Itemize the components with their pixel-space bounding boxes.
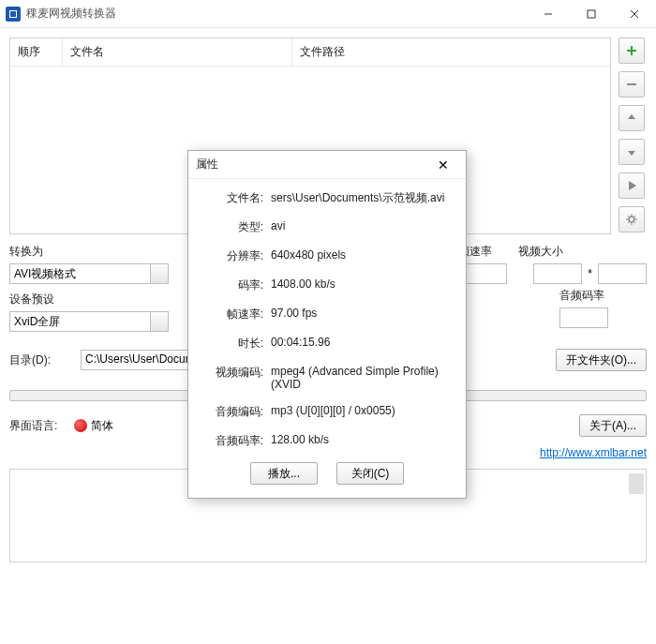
col-order[interactable]: 顺序 — [10, 38, 63, 66]
prop-type-key: 类型: — [200, 219, 263, 235]
prop-fps-value: 97.00 fps — [271, 307, 455, 320]
open-folder-button[interactable]: 开文件夹(O)... — [556, 349, 647, 371]
dialog-close-label: 关闭(C) — [351, 466, 390, 482]
move-up-button[interactable] — [619, 105, 645, 131]
output-params: 帧速率 视频大小 * 音频码率 — [458, 244, 647, 328]
dialog-close-button[interactable]: 关闭(C) — [336, 462, 404, 485]
minimize-button[interactable] — [527, 0, 570, 28]
titlebar: 稞麦网视频转换器 — [0, 0, 656, 28]
prop-duration-value: 00:04:15.96 — [271, 336, 455, 349]
close-button[interactable] — [613, 0, 656, 28]
prop-abitrate-key: 音频码率: — [200, 433, 263, 449]
audio-bitrate-input[interactable] — [559, 307, 608, 328]
lang-zh-label: 简体 — [91, 419, 113, 432]
format-value: AVI视频格式 — [14, 266, 76, 282]
prop-venc-key: 视频编码: — [200, 365, 263, 381]
about-label: 关于(A)... — [589, 418, 636, 434]
scrollbar-thumb[interactable] — [629, 473, 644, 494]
window-title: 稞麦网视频转换器 — [26, 6, 116, 22]
remove-button[interactable] — [619, 71, 645, 97]
radio-selected-icon — [74, 419, 87, 432]
dialog-title: 属性 — [196, 157, 428, 172]
label-ui-language: 界面语言: — [9, 418, 57, 434]
add-button[interactable] — [619, 37, 645, 64]
label-audio-bitrate: 音频码率 — [559, 288, 604, 304]
col-path[interactable]: 文件路径 — [292, 38, 610, 66]
label-directory: 目录(D): — [9, 352, 73, 368]
dialog-titlebar[interactable]: 属性 ✕ — [188, 151, 466, 179]
svg-rect-1 — [10, 11, 16, 17]
play-button[interactable] — [619, 172, 645, 199]
dialog-play-label: 播放... — [268, 466, 300, 482]
about-button[interactable]: 关于(A)... — [579, 414, 647, 437]
preset-value: XviD全屏 — [14, 314, 60, 330]
prop-aenc-key: 音频编码: — [200, 404, 263, 420]
preset-select[interactable]: XviD全屏 — [9, 311, 169, 332]
prop-venc-value: mpeg4 (Advanced Simple Profile) (XVID — [271, 365, 455, 391]
open-folder-label: 开文件夹(O)... — [566, 352, 636, 368]
label-convert-to: 转换为 — [9, 244, 178, 260]
dialog-play-button[interactable]: 播放... — [250, 462, 318, 485]
dialog-close-icon[interactable]: ✕ — [428, 157, 458, 172]
sidebar-toolbar — [619, 37, 647, 234]
format-select[interactable]: AVI视频格式 — [9, 263, 169, 284]
prop-bitrate-value: 1408.00 kb/s — [271, 277, 455, 291]
lang-zh-radio[interactable]: 简体 — [74, 418, 113, 434]
col-name[interactable]: 文件名 — [63, 38, 292, 66]
prop-type-value: avi — [271, 219, 455, 232]
prop-fps-key: 帧速率: — [200, 307, 263, 322]
directory-value: C:\Users\User\Docum — [85, 352, 195, 366]
prop-bitrate-key: 码率: — [200, 277, 263, 293]
file-list-header: 顺序 文件名 文件路径 — [10, 38, 610, 67]
prop-duration-key: 时长: — [200, 336, 263, 352]
maximize-button[interactable] — [570, 0, 613, 28]
svg-point-6 — [629, 217, 634, 222]
prop-res-value: 640x480 pixels — [271, 248, 455, 262]
label-device-preset: 设备预设 — [9, 292, 178, 307]
prop-filename-key: 文件名: — [200, 190, 263, 206]
settings-button[interactable] — [619, 206, 645, 232]
video-width-input[interactable] — [533, 263, 582, 284]
prop-res-key: 分辨率: — [200, 248, 263, 264]
homepage-link[interactable]: http://www.xmlbar.net — [540, 446, 647, 459]
video-height-input[interactable] — [598, 263, 647, 284]
app-icon — [6, 7, 21, 22]
properties-dialog: 属性 ✕ 文件名:sers\User\Documents\示范视频.avi 类型… — [187, 150, 467, 499]
label-video-size: 视频大小 — [518, 244, 563, 260]
move-down-button[interactable] — [619, 139, 645, 165]
prop-abitrate-value: 128.00 kb/s — [271, 433, 455, 446]
svg-rect-3 — [588, 10, 595, 18]
prop-filename-value[interactable]: sers\User\Documents\示范视频.avi — [271, 191, 444, 204]
times-label: * — [588, 267, 592, 280]
prop-aenc-value: mp3 (U[0][0][0] / 0x0055) — [271, 404, 455, 417]
